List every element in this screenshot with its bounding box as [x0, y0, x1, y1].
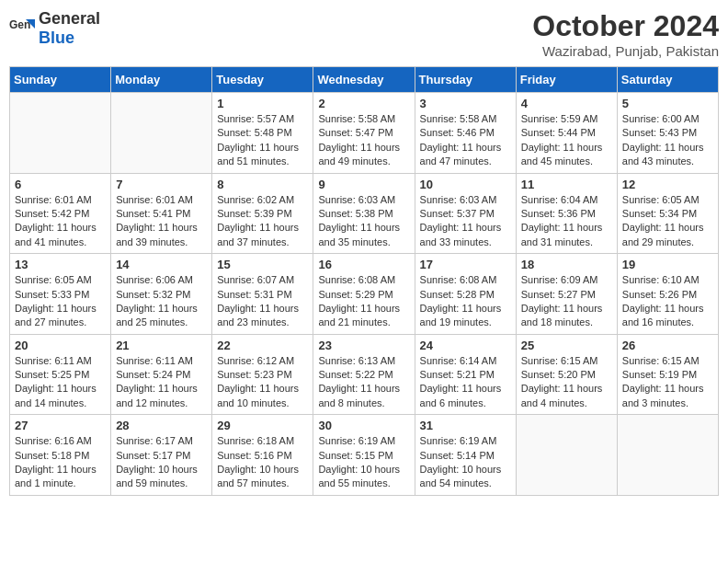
calendar-day-cell	[516, 415, 617, 496]
logo-blue: Blue	[39, 29, 74, 47]
day-info: Sunrise: 6:15 AM Sunset: 5:19 PM Dayligh…	[622, 354, 713, 411]
day-number: 30	[318, 419, 409, 432]
day-number: 21	[116, 339, 207, 352]
calendar-day-cell: 28Sunrise: 6:17 AM Sunset: 5:17 PM Dayli…	[111, 415, 212, 496]
day-info: Sunrise: 6:05 AM Sunset: 5:33 PM Dayligh…	[15, 273, 106, 330]
calendar-day-cell: 29Sunrise: 6:18 AM Sunset: 5:16 PM Dayli…	[212, 415, 313, 496]
day-info: Sunrise: 6:10 AM Sunset: 5:26 PM Dayligh…	[622, 273, 713, 330]
calendar-day-cell: 19Sunrise: 6:10 AM Sunset: 5:26 PM Dayli…	[617, 254, 718, 335]
calendar-day-cell: 31Sunrise: 6:19 AM Sunset: 5:14 PM Dayli…	[415, 415, 516, 496]
calendar-day-cell: 14Sunrise: 6:06 AM Sunset: 5:32 PM Dayli…	[111, 254, 212, 335]
calendar-day-cell: 9Sunrise: 6:03 AM Sunset: 5:38 PM Daylig…	[313, 173, 415, 254]
day-info: Sunrise: 6:15 AM Sunset: 5:20 PM Dayligh…	[521, 354, 612, 411]
day-info: Sunrise: 6:08 AM Sunset: 5:29 PM Dayligh…	[318, 273, 409, 330]
calendar-day-cell: 27Sunrise: 6:16 AM Sunset: 5:18 PM Dayli…	[10, 415, 111, 496]
day-number: 29	[217, 419, 308, 432]
day-info: Sunrise: 6:09 AM Sunset: 5:27 PM Dayligh…	[521, 273, 612, 330]
calendar-body: 1Sunrise: 5:57 AM Sunset: 5:48 PM Daylig…	[10, 93, 719, 496]
day-info: Sunrise: 5:59 AM Sunset: 5:44 PM Dayligh…	[521, 112, 612, 169]
location-title: Wazirabad, Punjab, Pakistan	[532, 43, 719, 59]
day-number: 31	[420, 419, 511, 432]
day-number: 25	[521, 339, 612, 352]
calendar-header-day: Friday	[516, 67, 617, 93]
day-number: 18	[521, 258, 612, 271]
calendar-day-cell	[617, 415, 718, 496]
calendar-day-cell: 26Sunrise: 6:15 AM Sunset: 5:19 PM Dayli…	[617, 334, 718, 415]
calendar-header-day: Tuesday	[212, 67, 313, 93]
day-number: 4	[521, 97, 612, 110]
calendar-header-day: Saturday	[617, 67, 718, 93]
day-info: Sunrise: 6:01 AM Sunset: 5:41 PM Dayligh…	[116, 193, 207, 250]
calendar-day-cell: 1Sunrise: 5:57 AM Sunset: 5:48 PM Daylig…	[212, 93, 313, 174]
day-number: 2	[318, 97, 409, 110]
calendar-header-day: Monday	[111, 67, 212, 93]
day-number: 23	[318, 339, 409, 352]
day-number: 9	[318, 178, 409, 191]
day-number: 8	[217, 178, 308, 191]
day-info: Sunrise: 6:05 AM Sunset: 5:34 PM Dayligh…	[622, 193, 713, 250]
calendar-week-row: 13Sunrise: 6:05 AM Sunset: 5:33 PM Dayli…	[10, 254, 719, 335]
calendar-day-cell	[10, 93, 111, 174]
day-number: 7	[116, 178, 207, 191]
day-number: 24	[420, 339, 511, 352]
day-info: Sunrise: 6:18 AM Sunset: 5:16 PM Dayligh…	[217, 434, 308, 491]
day-number: 19	[622, 258, 713, 271]
day-info: Sunrise: 6:19 AM Sunset: 5:14 PM Dayligh…	[420, 434, 511, 491]
day-info: Sunrise: 5:58 AM Sunset: 5:46 PM Dayligh…	[420, 112, 511, 169]
day-info: Sunrise: 6:07 AM Sunset: 5:31 PM Dayligh…	[217, 273, 308, 330]
calendar-day-cell: 24Sunrise: 6:14 AM Sunset: 5:21 PM Dayli…	[415, 334, 516, 415]
day-info: Sunrise: 6:08 AM Sunset: 5:28 PM Dayligh…	[420, 273, 511, 330]
day-number: 16	[318, 258, 409, 271]
day-info: Sunrise: 6:19 AM Sunset: 5:15 PM Dayligh…	[318, 434, 409, 491]
calendar-day-cell	[111, 93, 212, 174]
day-number: 17	[420, 258, 511, 271]
header: Gen General Blue October 2024 Wazirabad,…	[9, 9, 719, 59]
day-info: Sunrise: 6:03 AM Sunset: 5:38 PM Dayligh…	[318, 193, 409, 250]
day-number: 1	[217, 97, 308, 110]
day-number: 5	[622, 97, 713, 110]
day-info: Sunrise: 5:58 AM Sunset: 5:47 PM Dayligh…	[318, 112, 409, 169]
calendar-day-cell: 6Sunrise: 6:01 AM Sunset: 5:42 PM Daylig…	[10, 173, 111, 254]
day-info: Sunrise: 6:13 AM Sunset: 5:22 PM Dayligh…	[318, 354, 409, 411]
calendar-day-cell: 22Sunrise: 6:12 AM Sunset: 5:23 PM Dayli…	[212, 334, 313, 415]
day-info: Sunrise: 6:03 AM Sunset: 5:37 PM Dayligh…	[420, 193, 511, 250]
day-info: Sunrise: 5:57 AM Sunset: 5:48 PM Dayligh…	[217, 112, 308, 169]
logo-general: General	[39, 9, 100, 28]
day-number: 20	[15, 339, 106, 352]
calendar-header-day: Sunday	[10, 67, 111, 93]
calendar-table: SundayMondayTuesdayWednesdayThursdayFrid…	[9, 66, 719, 496]
day-info: Sunrise: 6:06 AM Sunset: 5:32 PM Dayligh…	[116, 273, 207, 330]
calendar-week-row: 1Sunrise: 5:57 AM Sunset: 5:48 PM Daylig…	[10, 93, 719, 174]
calendar-day-cell: 21Sunrise: 6:11 AM Sunset: 5:24 PM Dayli…	[111, 334, 212, 415]
day-number: 14	[116, 258, 207, 271]
calendar-day-cell: 4Sunrise: 5:59 AM Sunset: 5:44 PM Daylig…	[516, 93, 617, 174]
day-number: 11	[521, 178, 612, 191]
day-number: 13	[15, 258, 106, 271]
calendar-day-cell: 20Sunrise: 6:11 AM Sunset: 5:25 PM Dayli…	[10, 334, 111, 415]
day-info: Sunrise: 6:11 AM Sunset: 5:25 PM Dayligh…	[15, 354, 106, 411]
calendar-week-row: 6Sunrise: 6:01 AM Sunset: 5:42 PM Daylig…	[10, 173, 719, 254]
day-info: Sunrise: 6:11 AM Sunset: 5:24 PM Dayligh…	[116, 354, 207, 411]
day-info: Sunrise: 6:14 AM Sunset: 5:21 PM Dayligh…	[420, 354, 511, 411]
month-title: October 2024	[532, 9, 719, 43]
day-info: Sunrise: 6:02 AM Sunset: 5:39 PM Dayligh…	[217, 193, 308, 250]
day-info: Sunrise: 6:17 AM Sunset: 5:17 PM Dayligh…	[116, 434, 207, 491]
calendar-header-day: Thursday	[415, 67, 516, 93]
calendar-day-cell: 8Sunrise: 6:02 AM Sunset: 5:39 PM Daylig…	[212, 173, 313, 254]
day-number: 28	[116, 419, 207, 432]
day-number: 27	[15, 419, 106, 432]
day-number: 3	[420, 97, 511, 110]
calendar-day-cell: 7Sunrise: 6:01 AM Sunset: 5:41 PM Daylig…	[111, 173, 212, 254]
calendar-week-row: 20Sunrise: 6:11 AM Sunset: 5:25 PM Dayli…	[10, 334, 719, 415]
day-info: Sunrise: 6:00 AM Sunset: 5:43 PM Dayligh…	[622, 112, 713, 169]
day-info: Sunrise: 6:01 AM Sunset: 5:42 PM Dayligh…	[15, 193, 106, 250]
calendar-day-cell: 13Sunrise: 6:05 AM Sunset: 5:33 PM Dayli…	[10, 254, 111, 335]
day-info: Sunrise: 6:16 AM Sunset: 5:18 PM Dayligh…	[15, 434, 106, 491]
day-info: Sunrise: 6:04 AM Sunset: 5:36 PM Dayligh…	[521, 193, 612, 250]
calendar-day-cell: 18Sunrise: 6:09 AM Sunset: 5:27 PM Dayli…	[516, 254, 617, 335]
calendar-day-cell: 5Sunrise: 6:00 AM Sunset: 5:43 PM Daylig…	[617, 93, 718, 174]
calendar-day-cell: 12Sunrise: 6:05 AM Sunset: 5:34 PM Dayli…	[617, 173, 718, 254]
calendar-day-cell: 17Sunrise: 6:08 AM Sunset: 5:28 PM Dayli…	[415, 254, 516, 335]
calendar-day-cell: 30Sunrise: 6:19 AM Sunset: 5:15 PM Dayli…	[313, 415, 415, 496]
calendar-day-cell: 25Sunrise: 6:15 AM Sunset: 5:20 PM Dayli…	[516, 334, 617, 415]
